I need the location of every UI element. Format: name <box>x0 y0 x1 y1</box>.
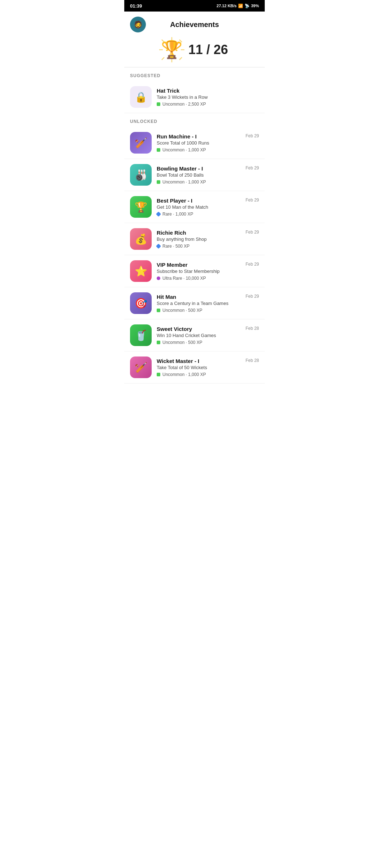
lock-icon: 🔒 <box>135 91 147 103</box>
achievement-desc-sweet-victory: Win 10 Hand Cricket Games <box>157 333 241 338</box>
sections-container: SUGGESTED🔒Hat TrickTake 3 Wickets in a R… <box>124 67 265 384</box>
achievement-info-richie-rich: Richie RichBuy anything from ShopRare · … <box>157 230 241 249</box>
status-battery: 39% <box>251 4 259 8</box>
achievement-name-wicket-master: Wicket Master - I <box>157 358 241 364</box>
rarity-dot-wicket-master <box>157 373 160 376</box>
rarity-dot-bowling-master <box>157 180 160 184</box>
rarity-label-best-player: Rare · 1,000 XP <box>162 212 193 217</box>
achievement-info-hat-trick: Hat TrickTake 3 Wickets in a RowUncommon… <box>157 88 259 107</box>
status-right: 27.12 KB/s 📶 📡 39% <box>216 4 259 8</box>
status-network: 27.12 KB/s <box>216 4 237 8</box>
rarity-dot-best-player <box>156 211 161 216</box>
achievement-item-run-machine[interactable]: 🏏Run Machine - IScore Total of 1000 Runs… <box>124 127 265 159</box>
achievement-name-hat-trick: Hat Trick <box>157 88 259 94</box>
achievement-icon-bowling-master: 🎳 <box>130 164 152 186</box>
section-header-unlocked: UNLOCKED <box>124 113 265 127</box>
achievement-date-run-machine: Feb 29 <box>246 133 259 138</box>
rarity-dot-hat-trick <box>157 102 160 106</box>
achievement-info-bowling-master: Bowling Master - IBowl Total of 250 Ball… <box>157 165 241 185</box>
achievement-name-best-player: Best Player - I <box>157 198 241 204</box>
achievement-emoji-best-player: 🏆 <box>135 201 147 213</box>
page-title: Achievements <box>146 21 243 29</box>
achievement-desc-best-player: Get 10 Man of the Match <box>157 204 241 210</box>
achievement-meta-bowling-master: Uncommon · 1,000 XP <box>157 180 241 185</box>
achievement-info-best-player: Best Player - IGet 10 Man of the MatchRa… <box>157 198 241 217</box>
rarity-dot-hit-man <box>157 309 160 312</box>
achievement-icon-richie-rich: 💰 <box>130 228 152 250</box>
achievement-name-vip-member: VIP Member <box>157 262 241 268</box>
achievement-name-richie-rich: Richie Rich <box>157 230 241 236</box>
achievement-name-hit-man: Hit Man <box>157 294 241 300</box>
rarity-label-sweet-victory: Uncommon · 500 XP <box>162 340 202 345</box>
achievement-item-richie-rich[interactable]: 💰Richie RichBuy anything from ShopRare ·… <box>124 223 265 255</box>
achievement-item-best-player[interactable]: 🏆Best Player - IGet 10 Man of the MatchR… <box>124 191 265 223</box>
achievement-date-vip-member: Feb 29 <box>246 262 259 267</box>
achievement-icon-vip-member: ⭐ <box>130 260 152 282</box>
achievement-item-hat-trick[interactable]: 🔒Hat TrickTake 3 Wickets in a RowUncommo… <box>124 81 265 113</box>
achievement-date-sweet-victory: Feb 28 <box>246 326 259 331</box>
status-wifi-icon: 📶 <box>238 4 243 8</box>
rarity-dot-vip-member <box>157 276 160 280</box>
achievement-name-sweet-victory: Sweet Victory <box>157 326 241 332</box>
achievement-date-richie-rich: Feb 29 <box>246 230 259 235</box>
achievement-desc-hit-man: Score a Century in a Team Games <box>157 301 241 306</box>
rarity-dot-richie-rich <box>156 243 161 248</box>
achievement-item-bowling-master[interactable]: 🎳Bowling Master - IBowl Total of 250 Bal… <box>124 159 265 191</box>
achievement-emoji-bowling-master: 🎳 <box>135 169 147 181</box>
rarity-label-run-machine: Uncommon · 1,000 XP <box>162 147 206 152</box>
rarity-dot-run-machine <box>157 148 160 152</box>
achievement-item-wicket-master[interactable]: 🏏Wicket Master - ITake Total of 50 Wicke… <box>124 351 265 384</box>
achievement-emoji-sweet-victory: 🥤 <box>135 329 147 341</box>
achievement-date-best-player: Feb 29 <box>246 198 259 203</box>
achievement-date-bowling-master: Feb 29 <box>246 165 259 170</box>
section-header-suggested: SUGGESTED <box>124 67 265 81</box>
achievement-meta-best-player: Rare · 1,000 XP <box>157 212 241 217</box>
achievement-item-sweet-victory[interactable]: 🥤Sweet VictoryWin 10 Hand Cricket GamesU… <box>124 319 265 351</box>
achievement-desc-wicket-master: Take Total of 50 Wickets <box>157 365 241 370</box>
rarity-label-vip-member: Ultra Rare · 10,000 XP <box>162 276 206 281</box>
achievement-emoji-wicket-master: 🏏 <box>135 362 147 373</box>
achievement-icon-hat-trick: 🔒 <box>130 86 152 108</box>
achievement-meta-hat-trick: Uncommon · 2,500 XP <box>157 102 259 107</box>
avatar[interactable]: 🧔 <box>130 17 146 32</box>
achievement-name-bowling-master: Bowling Master - I <box>157 165 241 172</box>
achievement-desc-hat-trick: Take 3 Wickets in a Row <box>157 94 259 100</box>
trophy-emoji-icon: 🏆 <box>161 40 183 60</box>
achievement-meta-wicket-master: Uncommon · 1,000 XP <box>157 372 241 377</box>
rarity-label-wicket-master: Uncommon · 1,000 XP <box>162 372 206 377</box>
achievement-icon-run-machine: 🏏 <box>130 132 152 154</box>
rarity-label-bowling-master: Uncommon · 1,000 XP <box>162 180 206 185</box>
achievement-desc-run-machine: Score Total of 1000 Runs <box>157 140 241 146</box>
rarity-label-hit-man: Uncommon · 500 XP <box>162 308 202 313</box>
achievement-desc-richie-rich: Buy anything from Shop <box>157 236 241 242</box>
achievement-meta-richie-rich: Rare · 500 XP <box>157 244 241 249</box>
achievement-info-wicket-master: Wicket Master - ITake Total of 50 Wicket… <box>157 358 241 377</box>
achievement-meta-sweet-victory: Uncommon · 500 XP <box>157 340 241 345</box>
achievement-emoji-run-machine: 🏏 <box>135 137 147 149</box>
header: 🧔 Achievements <box>124 12 265 36</box>
achievement-date-hit-man: Feb 29 <box>246 294 259 299</box>
achievement-icon-wicket-master: 🏏 <box>130 356 152 378</box>
status-time: 01:39 <box>130 3 142 9</box>
rarity-label-richie-rich: Rare · 500 XP <box>162 244 189 249</box>
achievement-item-vip-member[interactable]: ⭐VIP MemberSubscribe to Star MembershipU… <box>124 255 265 287</box>
achievement-name-run-machine: Run Machine - I <box>157 133 241 140</box>
achievement-meta-hit-man: Uncommon · 500 XP <box>157 308 241 313</box>
trophy-container: 🏆 <box>161 40 183 60</box>
achievement-meta-vip-member: Ultra Rare · 10,000 XP <box>157 276 241 281</box>
status-bar: 01:39 27.12 KB/s 📶 📡 39% <box>124 0 265 12</box>
achievement-info-sweet-victory: Sweet VictoryWin 10 Hand Cricket GamesUn… <box>157 326 241 345</box>
achievement-emoji-richie-rich: 💰 <box>135 233 147 245</box>
trophy-section: 🏆 11 / 26 <box>124 36 265 67</box>
achievement-emoji-vip-member: ⭐ <box>135 265 147 277</box>
achievement-icon-sweet-victory: 🥤 <box>130 324 152 346</box>
achievement-meta-run-machine: Uncommon · 1,000 XP <box>157 147 241 152</box>
achievement-info-vip-member: VIP MemberSubscribe to Star MembershipUl… <box>157 262 241 281</box>
status-signal-icon: 📡 <box>245 4 250 8</box>
achievement-desc-bowling-master: Bowl Total of 250 Balls <box>157 172 241 178</box>
achievement-info-hit-man: Hit ManScore a Century in a Team GamesUn… <box>157 294 241 313</box>
achievement-icon-hit-man: 🎯 <box>130 292 152 314</box>
achievement-desc-vip-member: Subscribe to Star Membership <box>157 269 241 274</box>
achievement-item-hit-man[interactable]: 🎯Hit ManScore a Century in a Team GamesU… <box>124 287 265 319</box>
achievement-icon-best-player: 🏆 <box>130 196 152 218</box>
